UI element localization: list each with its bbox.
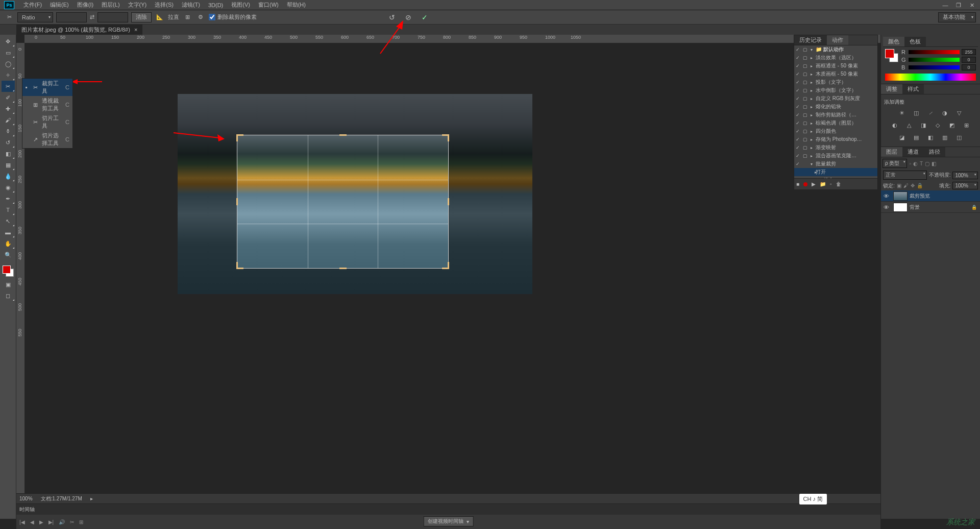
layer-item[interactable]: 👁 背景 🔒 bbox=[881, 202, 980, 213]
flyout-crop[interactable]: ■✂裁剪工具C bbox=[22, 79, 72, 96]
foreground-color[interactable] bbox=[3, 266, 11, 274]
menu-3d[interactable]: 3D(D) bbox=[204, 2, 227, 8]
magic-wand-tool[interactable]: ✧ bbox=[2, 69, 15, 81]
straighten-icon[interactable]: 📐 bbox=[155, 12, 165, 22]
filter-shape-icon[interactable]: ▢ bbox=[925, 161, 929, 166]
adj-levels-icon[interactable]: ◫ bbox=[912, 108, 921, 117]
slider-g[interactable] bbox=[909, 58, 960, 62]
menu-file[interactable]: 文件(F) bbox=[19, 1, 46, 9]
lock-all-icon[interactable]: 🔒 bbox=[917, 183, 923, 188]
status-arrow-icon[interactable]: ▸ bbox=[90, 496, 93, 501]
adj-balance-icon[interactable]: △ bbox=[904, 121, 914, 130]
adj-photofilter-icon[interactable]: ◇ bbox=[933, 121, 942, 130]
adj-exposure-icon[interactable]: ◑ bbox=[940, 108, 949, 117]
tab-paths[interactable]: 路径 bbox=[924, 147, 945, 157]
tl-prev-icon[interactable]: ◀ bbox=[30, 519, 34, 525]
menu-window[interactable]: 窗口(W) bbox=[254, 1, 283, 9]
quickmask-tool[interactable]: ▣ bbox=[2, 279, 15, 290]
fill-input[interactable]: 100% bbox=[952, 182, 978, 189]
document-tab-close[interactable]: × bbox=[134, 27, 137, 33]
crop-width-input[interactable] bbox=[56, 12, 87, 22]
stamp-tool[interactable]: ⚱ bbox=[2, 126, 15, 137]
tab-actions[interactable]: 动作 bbox=[827, 35, 848, 45]
delete-cropped-checkbox[interactable]: 删除裁剪的像素 bbox=[209, 13, 257, 21]
blend-mode-dropdown[interactable]: 正常 bbox=[883, 171, 927, 180]
crop-handle-br[interactable] bbox=[442, 262, 449, 269]
crop-handle-bottom[interactable] bbox=[339, 268, 347, 269]
tab-channels[interactable]: 通道 bbox=[902, 147, 924, 157]
marquee-tool[interactable]: ▭ bbox=[2, 47, 15, 58]
tl-play-icon[interactable]: ▶ bbox=[39, 519, 43, 525]
window-close[interactable]: ✕ bbox=[966, 1, 978, 9]
adj-brightness-icon[interactable]: ☀ bbox=[897, 108, 906, 117]
zoom-level[interactable]: 100% bbox=[19, 496, 33, 501]
layer-kind-filter[interactable]: ρ 类型 bbox=[883, 159, 907, 168]
adj-posterize-icon[interactable]: ▤ bbox=[912, 133, 921, 142]
eyedropper-tool[interactable]: ✐ bbox=[2, 92, 15, 103]
menu-view[interactable]: 视图(V) bbox=[227, 1, 254, 9]
tab-color[interactable]: 颜色 bbox=[883, 37, 904, 46]
overlay-grid-icon[interactable]: ⊞ bbox=[182, 12, 192, 22]
lock-transparent-icon[interactable]: ▣ bbox=[897, 183, 901, 188]
tl-next-icon[interactable]: ▶| bbox=[48, 519, 54, 525]
layer-thumbnail[interactable] bbox=[893, 191, 908, 201]
color-preview[interactable] bbox=[885, 49, 898, 62]
adj-gradient-icon[interactable]: ▥ bbox=[940, 133, 949, 142]
play-action-icon[interactable]: ▶ bbox=[812, 181, 816, 187]
adj-invert-icon[interactable]: ◪ bbox=[897, 133, 906, 142]
clear-button[interactable]: 清除 bbox=[131, 12, 152, 22]
blur-tool[interactable]: 💧 bbox=[2, 171, 15, 182]
filter-type-icon[interactable]: T bbox=[920, 161, 923, 166]
create-video-timeline-button[interactable]: 创建视频时间轴 ▾ bbox=[423, 516, 474, 526]
menu-type[interactable]: 文字(Y) bbox=[124, 1, 151, 9]
crop-handle-tr[interactable] bbox=[442, 134, 449, 141]
lock-pixels-icon[interactable]: 🖌 bbox=[903, 183, 909, 188]
tab-swatches[interactable]: 色板 bbox=[904, 37, 926, 46]
color-spectrum[interactable] bbox=[885, 74, 976, 81]
tab-adjustments[interactable]: 调整 bbox=[881, 84, 902, 94]
tl-cut-icon[interactable]: ✂ bbox=[70, 519, 74, 525]
window-minimize[interactable]: — bbox=[939, 1, 951, 9]
menu-image[interactable]: 图像(I) bbox=[73, 1, 97, 9]
lock-position-icon[interactable]: ✥ bbox=[911, 183, 915, 188]
filter-smart-icon[interactable]: ◧ bbox=[932, 161, 936, 166]
filter-adjust-icon[interactable]: ◐ bbox=[913, 161, 918, 166]
adj-curves-icon[interactable]: ⟋ bbox=[926, 108, 935, 117]
new-action-icon[interactable]: ▫ bbox=[830, 181, 832, 187]
adj-mixer-icon[interactable]: ◩ bbox=[947, 121, 957, 130]
adj-bw-icon[interactable]: ◨ bbox=[919, 121, 928, 130]
color-swatch[interactable] bbox=[3, 266, 14, 277]
new-set-icon[interactable]: 📁 bbox=[820, 181, 826, 187]
cancel-crop-icon[interactable]: ⊘ bbox=[404, 13, 413, 22]
tl-first-icon[interactable]: |◀ bbox=[19, 519, 25, 525]
commit-crop-icon[interactable]: ✓ bbox=[420, 13, 429, 22]
opacity-input[interactable]: 100% bbox=[952, 172, 978, 179]
dodge-tool[interactable]: ◉ bbox=[2, 182, 15, 193]
document-tab[interactable]: 图片素材.jpeg @ 100% (裁剪预览, RGB/8#) × bbox=[16, 25, 142, 35]
crop-tool[interactable]: ✂ bbox=[2, 81, 15, 92]
healing-brush-tool[interactable]: ✚ bbox=[2, 103, 15, 114]
menu-select[interactable]: 选择(S) bbox=[151, 1, 178, 9]
tl-audio-icon[interactable]: 🔊 bbox=[59, 519, 65, 525]
record-action-icon[interactable] bbox=[803, 182, 807, 186]
layer-thumbnail[interactable] bbox=[893, 203, 908, 212]
adj-lookup-icon[interactable]: ⊞ bbox=[962, 121, 971, 130]
crop-handle-bl[interactable] bbox=[236, 262, 243, 269]
crop-handle-top[interactable] bbox=[339, 134, 347, 136]
crop-handle-right[interactable] bbox=[448, 198, 449, 205]
menu-edit[interactable]: 编辑(E) bbox=[46, 1, 73, 9]
adj-threshold-icon[interactable]: ◧ bbox=[926, 133, 935, 142]
flyout-perspective-crop[interactable]: ⊞透视裁剪工具C bbox=[22, 96, 72, 113]
zoom-tool[interactable]: 🔍 bbox=[2, 249, 15, 260]
eraser-tool[interactable]: ◧ bbox=[2, 148, 15, 159]
layer-visibility-icon[interactable]: 👁 bbox=[881, 193, 891, 199]
history-brush-tool[interactable]: ↺ bbox=[2, 137, 15, 148]
menu-filter[interactable]: 滤镜(T) bbox=[178, 1, 204, 9]
layer-visibility-icon[interactable]: 👁 bbox=[881, 204, 891, 210]
slider-b[interactable] bbox=[909, 65, 960, 69]
brush-tool[interactable]: 🖌 bbox=[2, 114, 15, 126]
flyout-slice[interactable]: ✂切片工具C bbox=[22, 113, 72, 131]
slider-r[interactable] bbox=[909, 50, 960, 54]
crop-settings-icon[interactable]: ⚙ bbox=[195, 12, 206, 22]
tab-layers[interactable]: 图层 bbox=[881, 147, 902, 157]
